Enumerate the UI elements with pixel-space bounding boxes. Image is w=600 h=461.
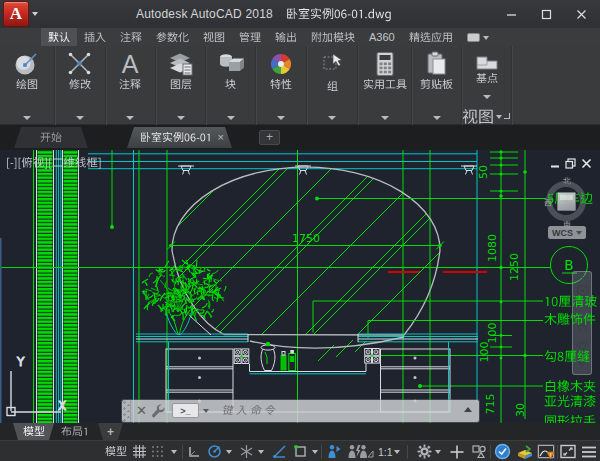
ribbon-tab[interactable] xyxy=(304,28,362,46)
annotation-scale-icon[interactable] xyxy=(358,441,374,461)
file-tab-document[interactable]: × xyxy=(127,127,232,148)
workspace-caret[interactable] xyxy=(435,450,441,454)
glyph-text-svg xyxy=(222,405,278,416)
ribbon-tab-a360[interactable]: A360 xyxy=(362,28,402,46)
object-snap-tracking-toggle[interactable] xyxy=(272,441,287,461)
ribbon-display-toggle[interactable] xyxy=(467,31,497,44)
app-menu-caret-icon[interactable] xyxy=(32,12,38,16)
glyph-text-svg xyxy=(6,157,102,169)
file-tab-close-icon[interactable]: × xyxy=(218,132,224,143)
minimize-icon xyxy=(506,9,517,20)
command-close-icon[interactable]: ✕ xyxy=(136,404,147,417)
layout-tab-model[interactable] xyxy=(13,423,54,440)
annotation-monitor-toggle[interactable] xyxy=(449,441,465,461)
ribbon-tab[interactable] xyxy=(232,28,268,46)
isodraft-caret[interactable] xyxy=(258,450,264,454)
ribbon-toggle-caret[interactable] xyxy=(483,36,489,40)
close-button[interactable] xyxy=(566,4,596,24)
osnap-caret[interactable] xyxy=(312,450,318,454)
glyph-text-svg xyxy=(84,32,106,43)
graphics-performance-button[interactable] xyxy=(517,441,534,461)
ribbon-tab[interactable] xyxy=(149,28,196,46)
command-expand-caret[interactable] xyxy=(464,407,472,412)
command-grip-handle[interactable] xyxy=(122,400,131,422)
command-input[interactable] xyxy=(222,405,278,416)
svg-text:30: 30 xyxy=(514,403,527,417)
polar-tracking-toggle[interactable] xyxy=(207,441,222,461)
panel-expand-caret[interactable] xyxy=(381,116,389,120)
ribbon-panel-groups[interactable] xyxy=(307,46,358,125)
panel-icon xyxy=(462,46,511,72)
ribbon-tab[interactable] xyxy=(402,28,460,46)
viewport-controls[interactable] xyxy=(6,157,102,169)
navbar-close-icon[interactable] xyxy=(573,274,591,280)
annotation-scale-value[interactable]: 1:1 xyxy=(378,441,393,461)
panel-expand-caret[interactable] xyxy=(23,116,31,120)
isometric-drafting-toggle[interactable] xyxy=(239,441,254,461)
doc-close-button[interactable] xyxy=(580,157,593,170)
recent-commands-button[interactable]: >_ xyxy=(172,403,199,418)
ribbon-tab[interactable] xyxy=(268,28,304,46)
panel-expand-caret[interactable] xyxy=(277,116,285,120)
ribbon-panel-properties[interactable] xyxy=(256,46,307,125)
ribbon-panel-utilities[interactable] xyxy=(358,46,412,125)
view-panel-caret[interactable] xyxy=(496,115,502,119)
ribbon-tab[interactable] xyxy=(41,28,77,46)
doc-minimize-button[interactable] xyxy=(548,157,561,170)
doc-tab-label xyxy=(140,132,212,143)
ribbon-panel-draw[interactable] xyxy=(0,46,55,125)
ribbon-tab[interactable] xyxy=(77,28,113,46)
panel-expand-caret[interactable] xyxy=(227,116,235,120)
ribbon-panel-layers[interactable] xyxy=(156,46,206,125)
annotation-visibility-toggle[interactable] xyxy=(326,441,342,461)
ribbon-tab[interactable] xyxy=(113,28,149,46)
panel-launcher-icon[interactable] xyxy=(504,113,511,120)
panel-icon xyxy=(412,46,461,78)
glyph-text-svg xyxy=(270,79,292,90)
command-customize-icon[interactable] xyxy=(151,403,166,418)
basepoint-caret[interactable] xyxy=(483,95,491,99)
rosette-ornament xyxy=(234,349,249,364)
app-logo[interactable]: A xyxy=(3,1,29,27)
snap-mode-toggle[interactable] xyxy=(150,441,165,461)
ribbon-panel-clipboard[interactable] xyxy=(412,46,462,125)
clean-screen-toggle[interactable] xyxy=(560,441,576,461)
ribbon-panel-annotate[interactable]: A xyxy=(106,46,157,125)
quick-properties-toggle[interactable] xyxy=(471,441,487,461)
ribbon-panel-block[interactable] xyxy=(206,46,256,125)
layout-tab-layout1[interactable] xyxy=(55,423,96,440)
recent-commands-caret[interactable] xyxy=(203,409,209,413)
viewcube-cube[interactable] xyxy=(557,192,576,211)
customization-button[interactable] xyxy=(581,441,597,461)
polar-caret[interactable] xyxy=(226,450,232,454)
new-tab-button[interactable]: + xyxy=(259,130,280,145)
view-panel-footer[interactable] xyxy=(462,110,511,123)
panel-expand-caret[interactable] xyxy=(126,116,134,120)
minimize-button[interactable] xyxy=(496,4,526,24)
panel-expand-caret[interactable] xyxy=(177,116,185,120)
maximize-button[interactable] xyxy=(531,4,561,24)
panel-label xyxy=(307,81,357,95)
ribbon-panel-view[interactable] xyxy=(462,46,512,125)
command-line[interactable]: ✕ >_ xyxy=(122,400,479,422)
ribbon-tab[interactable] xyxy=(196,28,232,46)
panel-expand-caret[interactable] xyxy=(76,116,84,120)
wcs-button[interactable]: WCS xyxy=(548,226,586,239)
doc-restore-button[interactable] xyxy=(564,157,577,170)
wcs-caret[interactable] xyxy=(576,231,582,235)
workspace-switching-button[interactable] xyxy=(417,441,432,461)
annotation-handle xyxy=(544,415,596,424)
file-tab-start[interactable] xyxy=(14,127,88,148)
object-snap-toggle[interactable] xyxy=(293,441,308,461)
grid-display-toggle[interactable] xyxy=(132,441,147,461)
isolate-objects-button[interactable]: ! xyxy=(537,441,555,461)
snap-caret[interactable] xyxy=(171,450,177,454)
panel-expand-caret[interactable] xyxy=(433,116,441,120)
drawing-area[interactable]: 1750501080125010010071530YXB WCS xyxy=(0,150,600,423)
hardware-acceleration-toggle[interactable] xyxy=(494,441,511,461)
layout-new-tab-button[interactable]: + xyxy=(98,423,123,440)
panel-expand-caret[interactable] xyxy=(328,116,336,120)
ribbon-panel-modify[interactable] xyxy=(55,46,106,125)
annotation-scale-caret[interactable] xyxy=(394,450,400,454)
ortho-mode-toggle[interactable] xyxy=(187,441,201,461)
